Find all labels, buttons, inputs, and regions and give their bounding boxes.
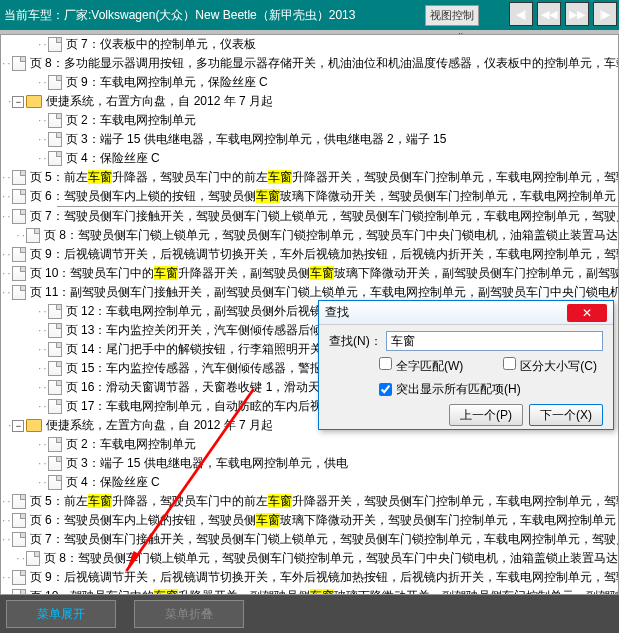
whole-word-label: 全字匹配(W) — [396, 359, 463, 373]
view-buttons: ◀| ◀◀ ▶▶ |▶ — [509, 2, 617, 26]
folder-label: 便捷系统，左置方向盘，自 2012 年 7 月起 — [46, 416, 273, 435]
page-label: 页 6：驾驶员侧车内上锁的按钮，驾驶员侧车窗玻璃下降微动开关，驾驶员侧车门控制单… — [30, 187, 619, 206]
highlight-checkbox[interactable] — [379, 383, 392, 396]
page-icon — [48, 132, 62, 147]
find-next-button[interactable]: 下一个(X) — [529, 404, 603, 426]
dialog-titlebar[interactable]: 查找 ✕ — [319, 301, 613, 325]
page-node[interactable]: ··页 5：前左车窗升降器，驾驶员车门中的前左车窗升降器开关，驾驶员侧车门控制单… — [1, 492, 618, 511]
page-node[interactable]: ··页 7：仪表板中的控制单元，仪表板 — [1, 35, 618, 54]
find-dialog: 查找 ✕ 查找(N)： 全字匹配(W) 区分大小写(C) 突出显示所有匹配项(H… — [318, 300, 614, 430]
page-node[interactable]: ··页 9：后视镜调节开关，后视镜调节切换开关，车外后视镜加热按钮，后视镜内折开… — [1, 568, 618, 587]
collapse-menu-button[interactable]: 菜单折叠 — [134, 600, 244, 628]
page-icon — [48, 37, 62, 52]
page-icon — [12, 170, 26, 185]
match-case-label: 区分大小写(C) — [520, 359, 597, 373]
page-label: 页 6：驾驶员侧车内上锁的按钮，驾驶员侧车窗玻璃下降微动开关，驾驶员侧车门控制单… — [30, 511, 619, 530]
page-node[interactable]: ··页 8：驾驶员侧车门锁上锁单元，驾驶员侧车门锁控制单元，驾驶员车门中央门锁电… — [1, 226, 618, 245]
page-label: 页 7：仪表板中的控制单元，仪表板 — [66, 35, 256, 54]
match-case-checkbox[interactable] — [503, 357, 516, 370]
page-icon — [12, 285, 26, 300]
page-icon — [48, 456, 62, 471]
page-node[interactable]: ··页 2：车载电网控制单元 — [1, 111, 618, 130]
collapse-icon[interactable]: − — [12, 420, 24, 432]
page-label: 页 10：驾驶员车门中的车窗升降器开关，副驾驶员侧车窗玻璃下降微动开关，副驾驶员… — [30, 587, 619, 595]
page-icon — [12, 532, 26, 547]
page-icon — [48, 75, 62, 90]
page-label: 页 5：前左车窗升降器，驾驶员车门中的前左车窗升降器开关，驾驶员侧车门控制单元，… — [30, 168, 619, 187]
expand-menu-button[interactable]: 菜单展开 — [6, 600, 116, 628]
page-label: 页 8：驾驶员侧车门锁上锁单元，驾驶员侧车门锁控制单元，驾驶员车门中央门锁电机，… — [44, 549, 618, 568]
page-label: 页 10：驾驶员车门中的车窗升降器开关，副驾驶员侧车窗玻璃下降微动开关，副驾驶员… — [30, 264, 619, 283]
page-icon — [26, 551, 40, 566]
page-label: 页 14：尾门把手中的解锁按钮，行李箱照明开关，后 — [66, 340, 347, 359]
page-node[interactable]: ··页 5：前左车窗升降器，驾驶员车门中的前左车窗升降器开关，驾驶员侧车门控制单… — [1, 168, 618, 187]
highlight: 车窗 — [256, 513, 280, 527]
page-icon — [48, 475, 62, 490]
page-icon — [12, 247, 26, 262]
page-label: 页 8：驾驶员侧车门锁上锁单元，驾驶员侧车门锁控制单元，驾驶员车门中央门锁电机，… — [44, 226, 618, 245]
prev-icon[interactable]: ◀| — [509, 2, 533, 26]
page-icon — [48, 304, 62, 319]
page-label: 页 7：驾驶员侧车门接触开关，驾驶员侧车门锁上锁单元，驾驶员侧车门锁控制单元，车… — [30, 530, 619, 549]
folder-label: 便捷系统，右置方向盘，自 2012 年 7 月起 — [46, 92, 273, 111]
page-label: 页 12：车载电网控制单元，副驾驶员侧外后视镜警告 — [66, 302, 347, 321]
highlight: 车窗 — [268, 494, 292, 508]
page-icon — [48, 323, 62, 338]
page-label: 页 9：后视镜调节开关，后视镜调节切换开关，车外后视镜加热按钮，后视镜内折开关，… — [30, 245, 619, 264]
rewind-icon[interactable]: ◀◀ — [537, 2, 561, 26]
highlight-label: 突出显示所有匹配项(H) — [396, 381, 521, 398]
find-label: 查找(N)： — [329, 333, 382, 350]
page-icon — [12, 56, 26, 71]
collapse-icon[interactable]: − — [12, 96, 24, 108]
page-node[interactable]: ··页 8：多功能显示器调用按钮，多功能显示器存储开关，机油油位和机油温度传感器… — [1, 54, 618, 73]
page-node[interactable]: ··页 7：驾驶员侧车门接触开关，驾驶员侧车门锁上锁单元，驾驶员侧车门锁控制单元… — [1, 530, 618, 549]
page-node[interactable]: ··页 8：驾驶员侧车门锁上锁单元，驾驶员侧车门锁控制单元，驾驶员车门中央门锁电… — [1, 549, 618, 568]
next-icon[interactable]: |▶ — [593, 2, 617, 26]
highlight: 车窗 — [310, 266, 334, 280]
page-icon — [12, 189, 26, 204]
page-label: 页 3：端子 15 供电继电器，车载电网控制单元，供电 — [66, 454, 348, 473]
page-node[interactable]: ··页 9：车载电网控制单元，保险丝座 C — [1, 73, 618, 92]
whole-word-checkbox[interactable] — [379, 357, 392, 370]
page-icon — [12, 266, 26, 281]
page-node[interactable]: ··页 2：车载电网控制单元 — [1, 435, 618, 454]
title-bar: 当前车型：厂家:Volkswagen(大众）New Beetle（新甲壳虫）20… — [0, 0, 619, 30]
page-icon — [12, 494, 26, 509]
folder-node[interactable]: ·−便捷系统，右置方向盘，自 2012 年 7 月起 — [1, 92, 618, 111]
page-node[interactable]: ··页 6：驾驶员侧车内上锁的按钮，驾驶员侧车窗玻璃下降微动开关，驾驶员侧车门控… — [1, 187, 618, 206]
page-icon — [48, 437, 62, 452]
page-node[interactable]: ··页 9：后视镜调节开关，后视镜调节切换开关，车外后视镜加热按钮，后视镜内折开… — [1, 245, 618, 264]
page-node[interactable]: ··页 6：驾驶员侧车内上锁的按钮，驾驶员侧车窗玻璃下降微动开关，驾驶员侧车门控… — [1, 511, 618, 530]
page-label: 页 5：前左车窗升降器，驾驶员车门中的前左车窗升降器开关，驾驶员侧车门控制单元，… — [30, 492, 619, 511]
forward-icon[interactable]: ▶▶ — [565, 2, 589, 26]
page-node[interactable]: ··页 4：保险丝座 C — [1, 473, 618, 492]
vehicle-title: 当前车型：厂家:Volkswagen(大众）New Beetle（新甲壳虫）20… — [4, 7, 355, 24]
view-control-panel[interactable]: 视图控制 — [425, 5, 479, 26]
page-label: 页 16：滑动天窗调节器，天窗卷收键 1，滑动天窗的 — [66, 378, 345, 397]
page-label: 页 7：驾驶员侧车门接触开关，驾驶员侧车门锁上锁单元，驾驶员侧车门锁控制单元，车… — [30, 207, 619, 226]
highlight: 车窗 — [256, 189, 280, 203]
page-node[interactable]: ··页 10：驾驶员车门中的车窗升降器开关，副驾驶员侧车窗玻璃下降微动开关，副驾… — [1, 264, 618, 283]
highlight: 车窗 — [88, 494, 112, 508]
page-icon — [48, 113, 62, 128]
page-node[interactable]: ··页 3：端子 15 供电继电器，车载电网控制单元，供电 — [1, 454, 618, 473]
page-icon — [48, 380, 62, 395]
page-label: 页 3：端子 15 供电继电器，车载电网控制单元，供电继电器 2，端子 15 — [66, 130, 447, 149]
page-label: 页 13：车内监控关闭开关，汽车侧倾传感器后倾 — [66, 321, 323, 340]
page-icon — [12, 570, 26, 585]
page-label: 页 2：车载电网控制单元 — [66, 111, 196, 130]
page-icon — [12, 209, 26, 224]
page-node[interactable]: ··页 4：保险丝座 C — [1, 149, 618, 168]
find-input[interactable] — [386, 331, 603, 351]
page-node[interactable]: ··页 10：驾驶员车门中的车窗升降器开关，副驾驶员侧车窗玻璃下降微动开关，副驾… — [1, 587, 618, 595]
page-node[interactable]: ··页 7：驾驶员侧车门接触开关，驾驶员侧车门锁上锁单元，驾驶员侧车门锁控制单元… — [1, 207, 618, 226]
page-icon — [12, 513, 26, 528]
close-icon[interactable]: ✕ — [567, 304, 607, 322]
page-label: 页 2：车载电网控制单元 — [66, 435, 196, 454]
page-label: 页 4：保险丝座 C — [66, 149, 160, 168]
bottom-toolbar: 菜单展开 菜单折叠 — [0, 595, 619, 633]
highlight: 车窗 — [268, 170, 292, 184]
page-node[interactable]: ··页 3：端子 15 供电继电器，车载电网控制单元，供电继电器 2，端子 15 — [1, 130, 618, 149]
find-prev-button[interactable]: 上一个(P) — [449, 404, 523, 426]
page-label: 页 8：多功能显示器调用按钮，多功能显示器存储开关，机油油位和机油温度传感器，仪… — [30, 54, 619, 73]
